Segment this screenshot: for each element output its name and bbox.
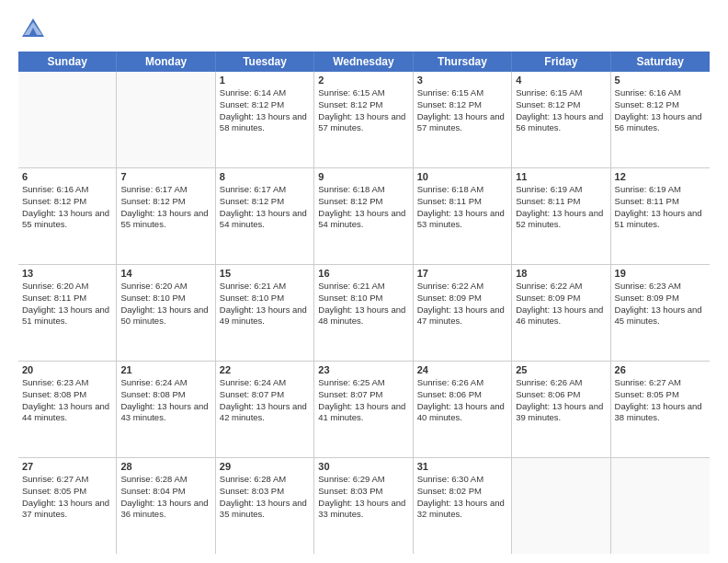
- cal-cell-day-16: 16Sunrise: 6:21 AMSunset: 8:10 PMDayligh…: [314, 265, 413, 361]
- sunset-text: Sunset: 8:12 PM: [22, 196, 112, 208]
- day-number: 21: [120, 364, 210, 375]
- sunset-text: Sunset: 8:12 PM: [615, 99, 706, 111]
- day-number: 26: [615, 364, 706, 375]
- cal-header-saturday: Saturday: [611, 52, 710, 72]
- sunrise-text: Sunrise: 6:28 AM: [120, 474, 210, 486]
- cal-cell-empty: [117, 72, 215, 167]
- day-number: 14: [120, 268, 210, 279]
- day-number: 30: [318, 461, 408, 472]
- daylight-text: Daylight: 13 hours and 47 minutes.: [417, 304, 507, 328]
- sunset-text: Sunset: 8:09 PM: [615, 293, 706, 304]
- daylight-text: Daylight: 13 hours and 51 minutes.: [22, 304, 112, 328]
- daylight-text: Daylight: 13 hours and 44 minutes.: [22, 401, 112, 425]
- sunset-text: Sunset: 8:12 PM: [120, 196, 210, 208]
- cal-cell-day-21: 21Sunrise: 6:24 AMSunset: 8:08 PMDayligh…: [117, 362, 215, 457]
- cal-header-sunday: Sunday: [18, 52, 117, 72]
- cal-cell-day-2: 2Sunrise: 6:15 AMSunset: 8:12 PMDaylight…: [314, 72, 413, 167]
- sunset-text: Sunset: 8:11 PM: [22, 293, 112, 304]
- daylight-text: Daylight: 13 hours and 53 minutes.: [417, 208, 507, 232]
- sunset-text: Sunset: 8:09 PM: [417, 293, 507, 304]
- sunrise-text: Sunrise: 6:20 AM: [120, 281, 210, 293]
- sunset-text: Sunset: 8:11 PM: [615, 196, 706, 208]
- daylight-text: Daylight: 13 hours and 56 minutes.: [615, 111, 706, 135]
- day-number: 18: [516, 268, 606, 279]
- cal-week-5: 27Sunrise: 6:27 AMSunset: 8:05 PMDayligh…: [18, 458, 710, 554]
- day-number: 12: [615, 171, 706, 182]
- sunset-text: Sunset: 8:10 PM: [220, 293, 310, 304]
- sunrise-text: Sunrise: 6:17 AM: [220, 184, 310, 196]
- logo: [18, 15, 51, 44]
- cal-header-wednesday: Wednesday: [314, 52, 413, 72]
- cal-cell-day-26: 26Sunrise: 6:27 AMSunset: 8:05 PMDayligh…: [611, 362, 710, 457]
- sunset-text: Sunset: 8:12 PM: [417, 99, 507, 111]
- day-number: 23: [318, 364, 408, 375]
- day-number: 7: [120, 171, 210, 182]
- cal-cell-day-19: 19Sunrise: 6:23 AMSunset: 8:09 PMDayligh…: [611, 265, 710, 361]
- daylight-text: Daylight: 13 hours and 58 minutes.: [220, 111, 310, 135]
- sunset-text: Sunset: 8:10 PM: [120, 293, 210, 304]
- sunset-text: Sunset: 8:08 PM: [120, 389, 210, 401]
- sunset-text: Sunset: 8:03 PM: [220, 486, 310, 498]
- day-number: 1: [220, 75, 310, 86]
- daylight-text: Daylight: 13 hours and 36 minutes.: [120, 498, 210, 522]
- day-number: 19: [615, 268, 706, 279]
- sunset-text: Sunset: 8:12 PM: [220, 196, 310, 208]
- cal-header-thursday: Thursday: [414, 52, 512, 72]
- daylight-text: Daylight: 13 hours and 38 minutes.: [615, 401, 706, 425]
- day-number: 15: [220, 268, 310, 279]
- cal-cell-empty: [611, 458, 710, 554]
- sunset-text: Sunset: 8:06 PM: [417, 389, 507, 401]
- sunrise-text: Sunrise: 6:18 AM: [417, 184, 507, 196]
- day-number: 3: [417, 75, 507, 86]
- cal-cell-day-1: 1Sunrise: 6:14 AMSunset: 8:12 PMDaylight…: [216, 72, 314, 167]
- cal-cell-day-29: 29Sunrise: 6:28 AMSunset: 8:03 PMDayligh…: [216, 458, 314, 554]
- sunrise-text: Sunrise: 6:16 AM: [615, 87, 706, 99]
- cal-week-1: 1Sunrise: 6:14 AMSunset: 8:12 PMDaylight…: [18, 72, 710, 168]
- sunset-text: Sunset: 8:08 PM: [22, 389, 112, 401]
- day-number: 29: [220, 461, 310, 472]
- cal-cell-day-27: 27Sunrise: 6:27 AMSunset: 8:05 PMDayligh…: [18, 458, 117, 554]
- cal-cell-day-12: 12Sunrise: 6:19 AMSunset: 8:11 PMDayligh…: [611, 168, 710, 264]
- day-number: 22: [220, 364, 310, 375]
- daylight-text: Daylight: 13 hours and 54 minutes.: [318, 208, 408, 232]
- page: SundayMondayTuesdayWednesdayThursdayFrid…: [0, 0, 728, 563]
- cal-cell-day-6: 6Sunrise: 6:16 AMSunset: 8:12 PMDaylight…: [18, 168, 117, 264]
- sunset-text: Sunset: 8:06 PM: [516, 389, 606, 401]
- daylight-text: Daylight: 13 hours and 39 minutes.: [516, 401, 606, 425]
- day-number: 11: [516, 171, 606, 182]
- cal-cell-day-10: 10Sunrise: 6:18 AMSunset: 8:11 PMDayligh…: [414, 168, 512, 264]
- day-number: 8: [220, 171, 310, 182]
- sunrise-text: Sunrise: 6:30 AM: [417, 474, 507, 486]
- daylight-text: Daylight: 13 hours and 43 minutes.: [120, 401, 210, 425]
- cal-cell-day-23: 23Sunrise: 6:25 AMSunset: 8:07 PMDayligh…: [314, 362, 413, 457]
- day-number: 6: [22, 171, 112, 182]
- sunset-text: Sunset: 8:05 PM: [22, 486, 112, 498]
- daylight-text: Daylight: 13 hours and 52 minutes.: [516, 208, 606, 232]
- day-number: 20: [22, 364, 112, 375]
- sunrise-text: Sunrise: 6:21 AM: [318, 281, 408, 293]
- daylight-text: Daylight: 13 hours and 54 minutes.: [220, 208, 310, 232]
- logo-icon: [18, 15, 48, 44]
- sunrise-text: Sunrise: 6:27 AM: [22, 474, 112, 486]
- sunrise-text: Sunrise: 6:29 AM: [318, 474, 408, 486]
- sunrise-text: Sunrise: 6:15 AM: [318, 87, 408, 99]
- cal-cell-day-13: 13Sunrise: 6:20 AMSunset: 8:11 PMDayligh…: [18, 265, 117, 361]
- sunrise-text: Sunrise: 6:14 AM: [220, 87, 310, 99]
- daylight-text: Daylight: 13 hours and 33 minutes.: [318, 498, 408, 522]
- sunrise-text: Sunrise: 6:27 AM: [615, 377, 706, 389]
- sunrise-text: Sunrise: 6:24 AM: [220, 377, 310, 389]
- day-number: 4: [516, 75, 606, 86]
- sunrise-text: Sunrise: 6:24 AM: [120, 377, 210, 389]
- sunrise-text: Sunrise: 6:15 AM: [417, 87, 507, 99]
- sunrise-text: Sunrise: 6:19 AM: [615, 184, 706, 196]
- daylight-text: Daylight: 13 hours and 55 minutes.: [22, 208, 112, 232]
- sunrise-text: Sunrise: 6:28 AM: [220, 474, 310, 486]
- cal-cell-day-11: 11Sunrise: 6:19 AMSunset: 8:11 PMDayligh…: [512, 168, 610, 264]
- cal-week-3: 13Sunrise: 6:20 AMSunset: 8:11 PMDayligh…: [18, 265, 710, 362]
- daylight-text: Daylight: 13 hours and 42 minutes.: [220, 401, 310, 425]
- daylight-text: Daylight: 13 hours and 48 minutes.: [318, 304, 408, 328]
- sunrise-text: Sunrise: 6:25 AM: [318, 377, 408, 389]
- cal-cell-day-20: 20Sunrise: 6:23 AMSunset: 8:08 PMDayligh…: [18, 362, 117, 457]
- daylight-text: Daylight: 13 hours and 32 minutes.: [417, 498, 507, 522]
- cal-cell-day-31: 31Sunrise: 6:30 AMSunset: 8:02 PMDayligh…: [414, 458, 512, 554]
